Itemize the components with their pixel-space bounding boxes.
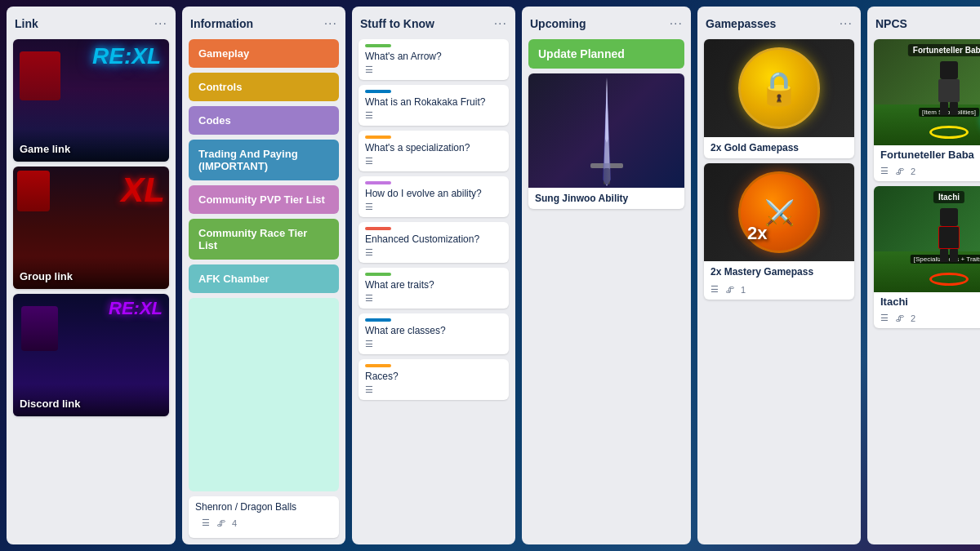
column-information: Information ··· Gameplay Controls Codes … — [182, 7, 345, 544]
link-card-discord-label: Discord link — [20, 398, 80, 410]
column-upcoming-title: Upcoming — [530, 17, 586, 30]
column-upcoming-menu-icon[interactable]: ··· — [670, 16, 683, 31]
column-stk-header: Stuff to Know ··· — [359, 13, 509, 34]
shenron-card-title: Shenron / Dragon Balls — [195, 501, 332, 513]
column-gamepasses-title: Gamepasses — [706, 17, 776, 30]
stk-title-races: Races? — [365, 371, 502, 382]
stk-bar-arrow — [365, 44, 391, 47]
gamepass-mastery-footer: ☰ 🖇 1 — [704, 282, 854, 300]
info-card-codes[interactable]: Codes — [189, 106, 339, 135]
link-card-game[interactable]: RE:XL Game link — [13, 39, 169, 162]
shenron-lines-icon: ☰ — [202, 518, 210, 528]
shenron-card-footer: ☰ 🖇 4 — [195, 516, 332, 533]
fortuneteller-attach-count: 2 — [911, 167, 915, 176]
info-card-trading[interactable]: Trading And Paying (IMPORTANT) — [189, 140, 339, 180]
stk-title-classes: What are classes? — [365, 325, 502, 336]
column-upcoming: Upcoming ··· Update Planned — [522, 7, 691, 544]
stk-title-traits: What are traits? — [365, 279, 502, 291]
stk-card-evolve[interactable]: How do I evolve an ability? ☰ — [359, 176, 509, 217]
mastery-lines-icon: ☰ — [710, 284, 719, 295]
itachi-attach-count: 2 — [911, 313, 915, 323]
update-planned-label: Update Planned — [538, 47, 625, 60]
stk-card-arrow[interactable]: What's an Arrow? ☰ — [359, 39, 509, 80]
sword-circle-icon: ⚔️ 2x — [738, 171, 820, 253]
stk-title-enhanced: Enhanced Customization? — [365, 233, 502, 245]
sung-jinwoo-card[interactable]: Sung Jinwoo Ability — [528, 73, 684, 209]
info-card-controls[interactable]: Controls — [189, 73, 339, 101]
column-npcs-title: NPCS — [875, 17, 907, 30]
stk-bar-classes — [365, 318, 391, 322]
column-link: Link ··· RE:XL Game link XL — [7, 7, 176, 544]
stk-card-enhanced[interactable]: Enhanced Customization? ☰ — [359, 222, 509, 263]
column-stuff-to-know: Stuff to Know ··· What's an Arrow? ☰ Wha… — [352, 7, 515, 544]
npc-card-itachi[interactable]: [Specializations + Traits] Itachi Itachi… — [874, 186, 980, 328]
column-link-title: Link — [15, 17, 38, 30]
column-npcs-header: NPCS ··· — [874, 13, 980, 34]
column-info-menu-icon[interactable]: ··· — [324, 16, 337, 31]
stk-card-traits[interactable]: What are traits? ☰ — [359, 268, 509, 309]
gamepass-gold-card[interactable]: 🔒 2x Gold Gamepass — [704, 39, 854, 158]
sung-jinwoo-image — [528, 73, 684, 188]
link-card-group[interactable]: XL Group link — [13, 167, 169, 289]
link-card-group-label: Group link — [20, 270, 73, 282]
stk-card-rokakaka[interactable]: What is an Rokakaka Fruit? ☰ — [359, 85, 509, 126]
column-gamepasses-menu-icon[interactable]: ··· — [840, 16, 853, 31]
stk-bar-evolve — [365, 181, 391, 184]
update-planned-card[interactable]: Update Planned — [528, 39, 684, 69]
link-card-discord[interactable]: RE:XL Discord link — [13, 294, 169, 416]
gamepass-mastery-image: ⚔️ 2x — [704, 163, 854, 261]
column-gamepasses-header: Gamepasses ··· — [704, 13, 854, 34]
itachi-top-name: Itachi — [933, 191, 964, 203]
column-upcoming-header: Upcoming ··· — [528, 13, 684, 34]
stk-lines-rokakaka: ☰ — [365, 110, 502, 121]
stk-card-races[interactable]: Races? ☰ — [359, 359, 509, 400]
info-card-gameplay[interactable]: Gameplay — [189, 39, 339, 68]
column-stk-menu-icon[interactable]: ··· — [494, 16, 507, 31]
stk-bar-rokakaka — [365, 90, 391, 93]
stk-lines-evolve: ☰ — [365, 202, 502, 212]
info-card-pvp[interactable]: Community PVP Tier List — [189, 185, 339, 214]
column-stk-title: Stuff to Know — [360, 17, 434, 30]
shenron-attach-icon: 🖇 — [216, 518, 225, 528]
info-card-afk[interactable]: AFK Chamber — [189, 264, 339, 293]
stk-bar-enhanced — [365, 227, 391, 230]
info-spacer — [189, 298, 339, 491]
gamepass-mastery-card[interactable]: ⚔️ 2x 2x Mastery Gamepass ☰ 🖇 1 — [704, 163, 854, 300]
stk-card-specialization[interactable]: What's a specialization? ☰ — [359, 131, 509, 171]
stk-lines-spec: ☰ — [365, 156, 502, 167]
column-link-menu-icon[interactable]: ··· — [154, 16, 167, 31]
stk-bar-spec — [365, 136, 391, 139]
sword-svg — [582, 73, 631, 188]
lock-gold-icon: 🔒 — [738, 47, 820, 129]
stk-title-spec: What's a specialization? — [365, 142, 502, 153]
column-info-header: Information ··· — [189, 13, 339, 34]
stk-lines-traits: ☰ — [365, 293, 502, 304]
fortuneteller-top-name: Fortuneteller Baba — [908, 44, 980, 56]
fortuneteller-lines-icon: ☰ — [880, 166, 889, 176]
gamepass-gold-image: 🔒 — [704, 39, 854, 137]
stk-card-classes[interactable]: What are classes? ☰ — [359, 313, 509, 354]
mastery-attach-icon: 🖇 — [725, 285, 734, 295]
stk-lines-arrow: ☰ — [365, 64, 502, 75]
itachi-name: Itachi — [874, 292, 980, 311]
mastery-attach-count: 1 — [741, 285, 746, 295]
stk-bar-races — [365, 364, 391, 367]
svg-marker-4 — [603, 78, 611, 186]
stk-lines-enhanced: ☰ — [365, 247, 502, 258]
board: Link ··· RE:XL Game link XL — [0, 0, 980, 551]
info-card-race[interactable]: Community Race Tier List — [189, 219, 339, 260]
shenron-card[interactable]: Shenron / Dragon Balls ☰ 🖇 4 — [189, 496, 339, 538]
column-gamepasses: Gamepasses ··· 🔒 2x Gold Gamepass ⚔️ 2x … — [697, 7, 861, 544]
column-npcs: NPCS ··· — [867, 7, 980, 544]
fortuneteller-footer: ☰ 🖇 2 — [874, 164, 980, 181]
stk-lines-classes: ☰ — [365, 339, 502, 349]
itachi-attach-icon: 🖇 — [895, 313, 904, 323]
stk-title-arrow: What's an Arrow? — [365, 51, 502, 62]
column-info-title: Information — [190, 17, 253, 30]
stk-title-rokakaka: What is an Rokakaka Fruit? — [365, 96, 502, 108]
npc-card-fortuneteller[interactable]: [Item Sho Abilities] Fortuneteller Baba … — [874, 39, 980, 181]
gamepass-mastery-label: 2x Mastery Gamepass — [704, 261, 854, 282]
column-link-header: Link ··· — [13, 13, 169, 34]
stk-title-evolve: How do I evolve an ability? — [365, 188, 502, 199]
fortuneteller-attach-icon: 🖇 — [895, 167, 904, 176]
